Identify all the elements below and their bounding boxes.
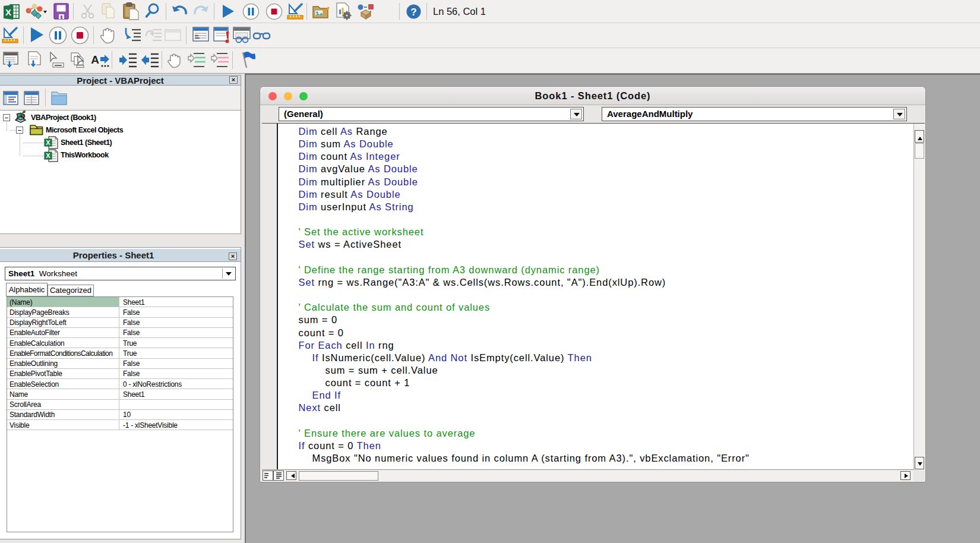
svg-text:X: X [46, 139, 50, 146]
svg-text:X: X [5, 7, 11, 17]
svg-text:?: ? [410, 7, 416, 18]
svg-text:A: A [91, 53, 99, 66]
svg-text:X: X [46, 152, 50, 159]
